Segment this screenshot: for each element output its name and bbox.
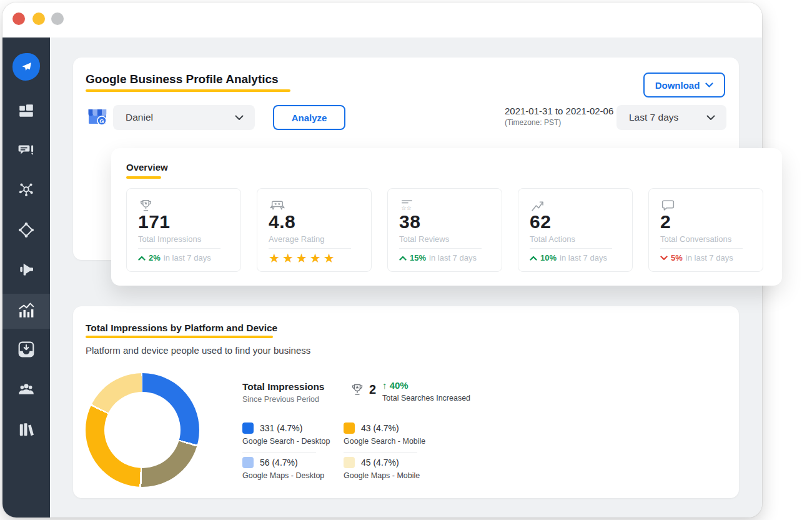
stat-label: Total Reviews bbox=[399, 234, 449, 244]
stat-value: 62 bbox=[530, 211, 551, 232]
svg-text:G: G bbox=[99, 118, 104, 124]
chevron-down-icon bbox=[235, 115, 244, 121]
stat-value: 171 bbox=[138, 211, 171, 232]
library-books-icon bbox=[17, 421, 35, 439]
stat-delta-suffix: in last 7 days bbox=[686, 253, 733, 262]
stat-card-total-actions: 62 Total Actions 10% in last 7 days bbox=[518, 188, 633, 272]
date-range-block: 2021-01-31 to 2021-02-06 (Timezone: PST) bbox=[505, 106, 613, 127]
stat-card-total-impressions: 171 Total Impressions 2% in last 7 days bbox=[126, 188, 241, 272]
google-business-profile-icon: G bbox=[86, 106, 109, 128]
legend-divider bbox=[242, 452, 316, 452]
stat-delta-suffix: in last 7 days bbox=[429, 253, 477, 262]
analyze-button[interactable]: Analyze bbox=[273, 105, 345, 130]
profile-select-value: Daniel bbox=[126, 112, 153, 123]
platform-section-heading: Total Impressions by Platform and Device bbox=[86, 322, 277, 334]
overview-heading: Overview bbox=[126, 162, 168, 172]
timezone-note: (Timezone: PST) bbox=[505, 118, 613, 127]
sidebar-item-automation[interactable] bbox=[2, 221, 50, 239]
impressions-donut-chart bbox=[86, 373, 199, 487]
stat-delta-suffix: in last 7 days bbox=[560, 253, 607, 262]
stat-divider bbox=[660, 248, 743, 249]
total-impressions-label: Total Impressions bbox=[242, 381, 325, 392]
searches-increase-percent: ↑ 40% bbox=[382, 380, 408, 391]
network-icon bbox=[17, 181, 35, 198]
sidebar-item-dashboard[interactable] bbox=[2, 102, 50, 119]
legend-item-google-search-mobile: 43 (4.7%) Google Search - Mobile bbox=[344, 422, 437, 452]
stat-label: Average Rating bbox=[269, 234, 324, 244]
sidebar-item-analytics[interactable] bbox=[2, 302, 50, 319]
stat-divider bbox=[530, 248, 612, 249]
legend-value: 56 (4.7%) bbox=[260, 458, 298, 468]
sidebar-item-team[interactable] bbox=[2, 381, 50, 398]
minimize-window-button[interactable] bbox=[32, 12, 45, 25]
sidebar-item-reviews[interactable] bbox=[2, 142, 50, 159]
sidebar-item-home[interactable] bbox=[2, 53, 50, 81]
legend-value: 43 (4.7%) bbox=[361, 423, 399, 433]
arrow-up-icon bbox=[399, 256, 407, 261]
platform-section-subheading: Platform and device people used to find … bbox=[86, 345, 310, 356]
legend-value: 45 (4.7%) bbox=[361, 458, 399, 468]
platform-device-card: Total Impressions by Platform and Device… bbox=[73, 306, 739, 498]
searches-increase-label: Total Searches Increased bbox=[382, 394, 470, 402]
sidebar bbox=[2, 38, 50, 518]
legend-divider bbox=[344, 452, 417, 452]
legend-swatch-blue bbox=[242, 422, 254, 434]
profile-select[interactable]: Daniel bbox=[113, 105, 255, 130]
team-icon bbox=[17, 381, 35, 398]
period-select-value: Last 7 days bbox=[629, 112, 678, 123]
legend-label: Google Maps - Desktop bbox=[242, 471, 336, 480]
stat-label: Total Conversations bbox=[660, 234, 731, 244]
stat-delta-value: 10% bbox=[540, 253, 557, 262]
sidebar-item-inbox[interactable] bbox=[2, 341, 50, 358]
title-accent-underline bbox=[86, 89, 290, 92]
stat-value: 4.8 bbox=[269, 211, 295, 232]
since-previous-period-label: Since Previous Period bbox=[242, 395, 319, 404]
sidebar-item-network[interactable] bbox=[2, 181, 50, 198]
inbox-download-icon bbox=[17, 341, 35, 358]
analyze-button-label: Analyze bbox=[292, 112, 327, 123]
overview-accent-underline bbox=[126, 176, 161, 179]
legend-swatch-cream bbox=[344, 457, 355, 468]
stat-delta: 10% in last 7 days bbox=[530, 253, 607, 262]
download-button[interactable]: Download bbox=[643, 72, 725, 98]
megaphone-icon bbox=[17, 261, 35, 278]
app-window: Google Business Profile Analytics Downlo… bbox=[2, 2, 762, 518]
stat-delta-suffix: in last 7 days bbox=[164, 253, 211, 262]
window-titlebar bbox=[2, 2, 762, 38]
stat-divider bbox=[138, 248, 220, 249]
stat-delta-value: 15% bbox=[410, 253, 426, 262]
five-star-rating: ★★★★★ bbox=[269, 251, 337, 266]
stat-delta: 15% in last 7 days bbox=[399, 253, 477, 262]
stat-value: 38 bbox=[399, 211, 420, 232]
close-window-button[interactable] bbox=[12, 12, 25, 25]
legend-value: 331 (4.7%) bbox=[260, 423, 302, 433]
zoom-window-button[interactable] bbox=[51, 12, 64, 25]
overview-panel: Overview 171 Total Impressions 2% in las… bbox=[111, 148, 782, 286]
period-select[interactable]: Last 7 days bbox=[616, 105, 726, 130]
stat-card-total-conversations: 2 Total Conversations 5% in last 7 days bbox=[648, 188, 763, 272]
legend-label: Google Search - Desktop bbox=[242, 437, 336, 446]
sidebar-item-announcements[interactable] bbox=[2, 261, 50, 278]
platform-accent-underline bbox=[86, 336, 273, 338]
legend-item-google-search-desktop: 331 (4.7%) Google Search - Desktop bbox=[242, 422, 336, 452]
stat-delta: 5% in last 7 days bbox=[660, 253, 733, 262]
dashboard-icon bbox=[17, 102, 35, 119]
analytics-icon bbox=[17, 302, 35, 319]
diamond-nodes-icon bbox=[17, 221, 35, 239]
main-content: Google Business Profile Analytics Downlo… bbox=[50, 38, 762, 518]
legend-label: Google Search - Mobile bbox=[344, 437, 437, 446]
arrow-up-icon bbox=[138, 256, 146, 261]
legend-item-google-maps-desktop: 56 (4.7%) Google Maps - Desktop bbox=[242, 457, 336, 480]
stat-delta-value: 5% bbox=[671, 253, 683, 262]
stat-card-total-reviews: ☆☆ 38 Total Reviews 15% in last 7 days bbox=[387, 188, 502, 272]
stat-label: Total Impressions bbox=[138, 234, 201, 244]
send-logo-icon bbox=[12, 53, 40, 81]
stat-delta: 2% in last 7 days bbox=[138, 253, 211, 262]
stat-value: 2 bbox=[660, 211, 671, 232]
svg-text:☆☆: ☆☆ bbox=[401, 204, 412, 211]
legend-swatch-light-blue bbox=[242, 457, 254, 468]
sidebar-item-library[interactable] bbox=[2, 421, 50, 439]
date-range-text: 2021-01-31 to 2021-02-06 bbox=[505, 106, 613, 116]
stat-divider bbox=[269, 248, 351, 249]
trophy-count-value: 2 bbox=[369, 382, 376, 397]
